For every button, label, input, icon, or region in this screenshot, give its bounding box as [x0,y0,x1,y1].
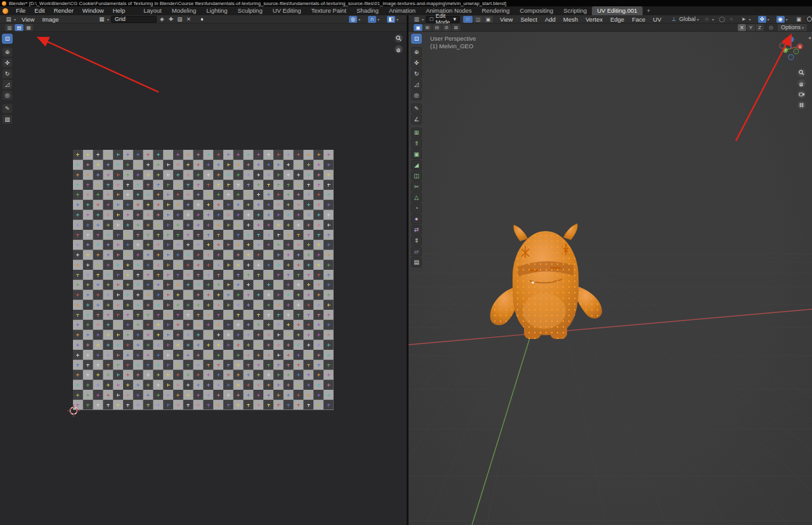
gizmo-z-axis[interactable] [788,36,794,42]
xray-toggle[interactable]: ▣ [793,16,805,23]
face-select[interactable]: ▣ [483,16,493,23]
app-menu-render[interactable]: Render [49,6,78,15]
mirror-y-button[interactable]: Y [747,24,755,31]
zoom-icon[interactable] [797,69,806,77]
viewport-menu-edge[interactable]: Edge [606,16,628,23]
open-image-icon[interactable]: ▨ [176,16,184,23]
uv-tool-move[interactable]: ✜ [2,58,13,68]
v3d-tool-rip-region[interactable]: ▤ [411,257,422,267]
gizmos-dropdown[interactable]: ✜▾ [756,16,771,23]
options-dropdown[interactable]: Options ▾ [778,24,807,31]
pan-hand-icon[interactable] [797,79,806,88]
v3d-tool-scale[interactable]: ◿ [411,79,422,90]
v3d-tool-bevel[interactable]: ◢ [411,160,422,170]
sidebar-toggle-icon[interactable]: ◂ [808,35,811,41]
workspace-tab-lighting[interactable]: Lighting [201,6,232,15]
mode-dropdown[interactable]: ▢ Edit Mode ▾ [426,16,460,23]
v3d-tool-move[interactable]: ✜ [411,58,422,68]
snapping-dropdown[interactable]: ∩ ▾ [701,16,716,23]
uv-tool-annotate[interactable]: ✎ [2,103,13,114]
workspace-tab-animation[interactable]: Animation [384,6,421,15]
display-channels-dropdown[interactable]: ◧▾ [385,16,400,23]
vertex-select[interactable]: ∷ [463,16,473,23]
uv-tool-cursor[interactable]: ⊕ [2,47,13,57]
mode-intersect[interactable]: ⊠ [452,24,461,31]
uv-tool-rotate[interactable]: ↻ [2,69,13,79]
app-menu-edit[interactable]: Edit [30,6,49,15]
ortho-toggle-icon[interactable] [797,101,806,109]
viewport-editor-type-button[interactable]: ▥ ▾ [410,16,426,23]
gizmo-neg-x-axis[interactable] [780,43,785,48]
overlays-dropdown[interactable]: ◉▾ [775,16,790,23]
v3d-tool-cursor[interactable]: ⊕ [411,47,422,57]
image-name-field[interactable]: Grid [111,16,157,23]
viewport-menu-view[interactable]: View [496,16,516,23]
uv-editor-type-button[interactable]: ▤ ▾ [3,16,18,23]
edge-select[interactable]: ◫ [473,16,483,23]
app-menu-help[interactable]: Help [108,6,130,15]
v3d-tool-loop-cut[interactable]: ◫ [411,171,422,181]
uv-canvas[interactable]: ⊡⊕✜↻◿◎✎▧ [0,32,407,525]
pin-icon[interactable]: ♦ [198,16,206,23]
viewport-menu-mesh[interactable]: Mesh [560,16,582,23]
v3d-tool-add-cube[interactable]: ⊞ [411,128,422,138]
visibility-dropdown[interactable]: ➤▾ [738,16,753,23]
workspace-tab-sculpting[interactable]: Sculpting [233,6,268,15]
image-slot-b[interactable]: ▤ [15,24,23,31]
v3d-tool-spin[interactable]: ◔ [411,203,422,213]
fake-user-icon[interactable]: ◈ [158,16,166,23]
app-menu-window[interactable]: Window [78,6,108,15]
viewport-menu-select[interactable]: Select [516,16,540,23]
proportional-snap-icon[interactable]: ◍ [767,24,775,31]
image-slot-a[interactable]: ▥ [5,24,14,31]
workspace-tab-compositing[interactable]: Compositing [514,6,558,15]
workspace-tab-rendering[interactable]: Rendering [477,6,515,15]
add-workspace-button[interactable]: + [643,6,655,15]
workspace-tab-uv-editing-001[interactable]: UV Editing.001 [592,6,642,15]
v3d-tool-transform[interactable]: ◎ [411,90,422,100]
v3d-tool-inset-faces[interactable]: ▣ [411,149,422,159]
viewport-canvas[interactable]: User Perspective (1) Melvin_GEO ⊡⊕✜↻◿◎✎∠… [409,32,812,525]
v3d-tool-annotate[interactable]: ✎ [411,103,422,114]
uv-tool-scale[interactable]: ◿ [2,79,13,90]
workspace-tab-shading[interactable]: Shading [351,6,384,15]
proportional-editing-dropdown[interactable]: ◯ ≈ [716,16,738,23]
mode-invert[interactable]: ⊘ [442,24,451,31]
app-menu-file[interactable]: File [11,6,30,15]
snapping-dropdown[interactable]: ∩▾ [366,16,381,23]
image-slot-c[interactable]: ▦ [24,24,33,31]
v3d-tool-rotate[interactable]: ↻ [411,69,422,79]
mirror-z-button[interactable]: Z [756,24,764,31]
uv-tool-transform[interactable]: ◎ [2,90,13,100]
workspace-tab-texture-paint[interactable]: Texture Paint [306,6,351,15]
unlink-image-icon[interactable]: ✕ [185,16,193,23]
uv-menu-view[interactable]: View [18,16,38,23]
camera-view-icon[interactable] [797,90,806,98]
uv-menu-image[interactable]: Image [38,16,62,23]
workspace-tab-layout[interactable]: Layout [138,6,167,15]
gizmo-neg-y-axis[interactable] [794,49,799,54]
viewport-menu-uv[interactable]: UV [649,16,665,23]
navigation-gizmo[interactable]: X Y [774,33,806,65]
wireframe-shading-button[interactable] [807,17,812,22]
mode-extend[interactable]: ⊞ [423,24,432,31]
v3d-tool-edge-slide[interactable]: ⇄ [411,225,422,235]
new-image-icon[interactable]: ✚ [167,16,175,23]
v3d-tool-poly-build[interactable]: △ [411,192,422,203]
mode-set[interactable]: ▣ [414,24,422,31]
transform-orientation-dropdown[interactable]: ⊥ Global ▾ [667,16,700,23]
gizmo-neg-z-axis[interactable] [789,55,794,60]
v3d-tool-knife[interactable]: ✂ [411,182,422,192]
blender-menu-icon[interactable] [3,8,8,14]
browse-image-button[interactable]: ▦ ▾ [96,16,111,23]
pivot-dropdown[interactable]: ◎▾ [347,16,362,23]
mirror-x-button[interactable]: X [738,24,746,31]
v3d-tool-shrink-fatten[interactable]: ⇕ [411,236,422,246]
mode-subtract[interactable]: ⊟ [433,24,442,31]
workspace-tab-uv-editing[interactable]: UV Editing [268,6,306,15]
v3d-tool-shear[interactable]: ▱ [411,246,422,256]
v3d-tool-select-box[interactable]: ⊡ [411,34,422,44]
uv-tool-select-box[interactable]: ⊡ [2,34,13,44]
pan-hand-icon[interactable] [395,45,403,53]
workspace-tab-scripting[interactable]: Scripting [558,6,592,15]
